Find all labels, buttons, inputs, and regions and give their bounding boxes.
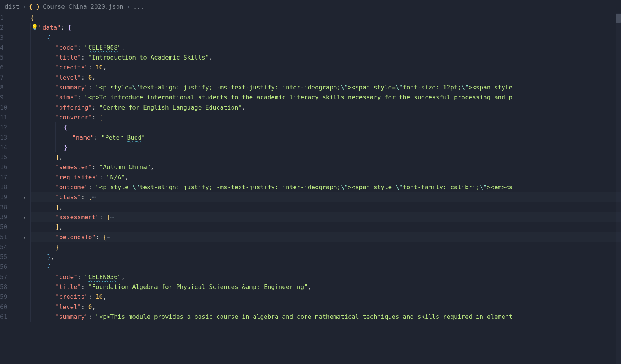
line-number: 8 xyxy=(0,83,17,93)
code-line[interactable]: }, xyxy=(30,252,621,262)
code-line[interactable]: "aims": "<p>To introduce international s… xyxy=(30,93,621,102)
code-line[interactable]: "assessment": [⋯ xyxy=(30,212,621,222)
line-number: 7 xyxy=(0,73,17,83)
code-line[interactable]: "summary": "<p style=\"text-align: justi… xyxy=(30,83,621,93)
code-line[interactable]: "level": 0, xyxy=(30,73,621,83)
line-number: 16 xyxy=(0,162,17,172)
lightbulb-icon[interactable]: 💡 xyxy=(31,24,38,31)
code-line[interactable]: ], xyxy=(30,202,621,212)
line-number: 12 xyxy=(0,122,17,132)
line-number: 9 xyxy=(0,93,17,102)
line-number: 54 xyxy=(0,242,17,252)
code-line[interactable]: "credits": 10, xyxy=(30,63,621,72)
code-line[interactable]: "belongsTo": {⋯ xyxy=(30,232,621,242)
breadcrumb-folder[interactable]: dist xyxy=(5,3,19,10)
code-line[interactable]: "credits": 10, xyxy=(30,292,621,302)
code-editor[interactable]: 1234567891011121314151617181938395051545… xyxy=(0,13,621,364)
breadcrumb-tail[interactable]: ... xyxy=(133,3,144,10)
line-number: 19 xyxy=(0,192,17,202)
code-line[interactable]: "code": "CELEF008", xyxy=(30,43,621,53)
fold-chevron-icon[interactable]: › xyxy=(23,215,26,221)
code-line[interactable]: { xyxy=(30,122,621,132)
line-number: 10 xyxy=(0,103,17,113)
code-content[interactable]: {"data": [{"code": "CELEF008","title": "… xyxy=(30,13,621,364)
code-line[interactable]: ], xyxy=(30,152,621,162)
json-file-icon: { } xyxy=(29,3,40,10)
line-number: 50 xyxy=(0,222,17,232)
code-line[interactable]: "level": 0, xyxy=(30,302,621,312)
code-line[interactable]: "offering": "Centre for English Language… xyxy=(30,103,621,113)
line-number: 15 xyxy=(0,152,17,162)
fold-gutter: ››› xyxy=(21,13,30,364)
code-line[interactable]: "summary": "<p>This module provides a ba… xyxy=(30,312,621,322)
code-line[interactable]: "title": "Foundation Algebra for Physica… xyxy=(30,282,621,292)
line-number: 17 xyxy=(0,173,17,182)
code-line[interactable]: { xyxy=(30,262,621,272)
line-number-gutter: 1234567891011121314151617181938395051545… xyxy=(0,13,21,364)
line-number: 55 xyxy=(0,252,17,262)
line-number: 14 xyxy=(0,143,17,152)
line-number: 3 xyxy=(0,33,17,43)
code-line[interactable]: "class": [⋯ xyxy=(30,192,621,202)
code-line[interactable]: } xyxy=(30,143,621,152)
code-line[interactable]: "code": "CELEN036", xyxy=(30,272,621,282)
code-line[interactable]: "outcome": "<p style=\"text-align: justi… xyxy=(30,182,621,192)
line-number: 1 xyxy=(0,13,17,23)
line-number: 4 xyxy=(0,43,17,53)
code-line[interactable]: "requisites": "N/A", xyxy=(30,173,621,182)
line-number: 58 xyxy=(0,282,17,292)
line-number: 59 xyxy=(0,292,17,302)
code-line[interactable]: "semester": "Autumn China", xyxy=(30,162,621,172)
line-number: 51 xyxy=(0,232,17,242)
chevron-right-icon: › xyxy=(22,3,26,10)
line-number: 5 xyxy=(0,53,17,63)
fold-chevron-icon[interactable]: › xyxy=(23,235,26,241)
code-line[interactable]: ], xyxy=(30,222,621,232)
line-number: 57 xyxy=(0,272,17,282)
breadcrumb-file[interactable]: Course_China_2020.json xyxy=(43,3,123,10)
scrollbar-thumb[interactable] xyxy=(616,14,621,23)
vertical-scrollbar[interactable] xyxy=(616,13,621,364)
line-number: 60 xyxy=(0,302,17,312)
line-number: 56 xyxy=(0,262,17,272)
chevron-right-icon: › xyxy=(126,3,130,10)
line-number: 6 xyxy=(0,63,17,72)
line-number: 2 xyxy=(0,23,17,33)
line-number: 39 xyxy=(0,212,17,222)
code-line[interactable]: "convenor": [ xyxy=(30,113,621,122)
code-line[interactable]: } xyxy=(30,242,621,252)
code-line[interactable]: { xyxy=(30,13,621,23)
code-line[interactable]: { xyxy=(30,33,621,43)
code-line[interactable]: "title": "Introduction to Academic Skill… xyxy=(30,53,621,63)
line-number: 61 xyxy=(0,312,17,322)
code-line[interactable]: "name": "Peter Budd" xyxy=(30,133,621,143)
code-line[interactable]: "data": [ xyxy=(30,23,621,33)
line-number: 38 xyxy=(0,202,17,212)
line-number: 18 xyxy=(0,182,17,192)
fold-chevron-icon[interactable]: › xyxy=(23,195,26,201)
breadcrumb[interactable]: dist › { } Course_China_2020.json › ... xyxy=(0,0,621,13)
line-number: 11 xyxy=(0,113,17,122)
line-number: 13 xyxy=(0,133,17,143)
